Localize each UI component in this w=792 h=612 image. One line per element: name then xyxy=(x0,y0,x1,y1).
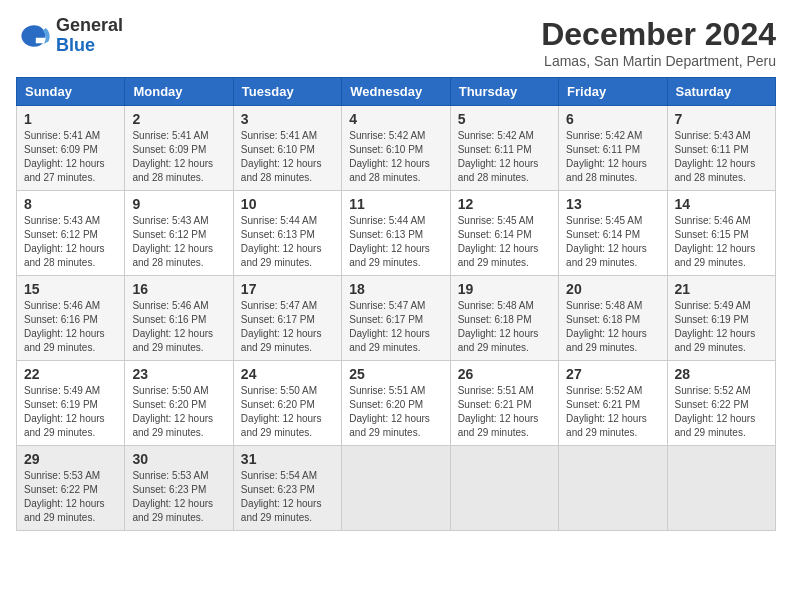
calendar-cell: 13 Sunrise: 5:45 AMSunset: 6:14 PMDaylig… xyxy=(559,191,667,276)
day-number: 31 xyxy=(241,451,334,467)
calendar-cell xyxy=(667,446,775,531)
calendar-cell xyxy=(450,446,558,531)
day-info: Sunrise: 5:53 AMSunset: 6:22 PMDaylight:… xyxy=(24,470,105,523)
week-row-3: 15 Sunrise: 5:46 AMSunset: 6:16 PMDaylig… xyxy=(17,276,776,361)
day-info: Sunrise: 5:50 AMSunset: 6:20 PMDaylight:… xyxy=(241,385,322,438)
calendar-cell: 4 Sunrise: 5:42 AMSunset: 6:10 PMDayligh… xyxy=(342,106,450,191)
day-info: Sunrise: 5:42 AMSunset: 6:10 PMDaylight:… xyxy=(349,130,430,183)
day-number: 20 xyxy=(566,281,659,297)
column-header-sunday: Sunday xyxy=(17,78,125,106)
calendar-cell: 12 Sunrise: 5:45 AMSunset: 6:14 PMDaylig… xyxy=(450,191,558,276)
day-info: Sunrise: 5:52 AMSunset: 6:22 PMDaylight:… xyxy=(675,385,756,438)
day-number: 25 xyxy=(349,366,442,382)
day-number: 24 xyxy=(241,366,334,382)
day-number: 13 xyxy=(566,196,659,212)
day-number: 18 xyxy=(349,281,442,297)
day-info: Sunrise: 5:45 AMSunset: 6:14 PMDaylight:… xyxy=(458,215,539,268)
day-number: 5 xyxy=(458,111,551,127)
day-number: 19 xyxy=(458,281,551,297)
column-header-friday: Friday xyxy=(559,78,667,106)
calendar-cell xyxy=(559,446,667,531)
day-number: 1 xyxy=(24,111,117,127)
day-number: 15 xyxy=(24,281,117,297)
week-row-4: 22 Sunrise: 5:49 AMSunset: 6:19 PMDaylig… xyxy=(17,361,776,446)
day-info: Sunrise: 5:48 AMSunset: 6:18 PMDaylight:… xyxy=(458,300,539,353)
day-info: Sunrise: 5:47 AMSunset: 6:17 PMDaylight:… xyxy=(241,300,322,353)
column-header-thursday: Thursday xyxy=(450,78,558,106)
day-info: Sunrise: 5:47 AMSunset: 6:17 PMDaylight:… xyxy=(349,300,430,353)
column-header-saturday: Saturday xyxy=(667,78,775,106)
calendar-table: SundayMondayTuesdayWednesdayThursdayFrid… xyxy=(16,77,776,531)
day-number: 28 xyxy=(675,366,768,382)
day-info: Sunrise: 5:46 AMSunset: 6:16 PMDaylight:… xyxy=(132,300,213,353)
day-number: 11 xyxy=(349,196,442,212)
calendar-cell: 7 Sunrise: 5:43 AMSunset: 6:11 PMDayligh… xyxy=(667,106,775,191)
day-info: Sunrise: 5:44 AMSunset: 6:13 PMDaylight:… xyxy=(241,215,322,268)
day-info: Sunrise: 5:49 AMSunset: 6:19 PMDaylight:… xyxy=(675,300,756,353)
day-number: 22 xyxy=(24,366,117,382)
day-number: 23 xyxy=(132,366,225,382)
day-number: 4 xyxy=(349,111,442,127)
calendar-cell: 18 Sunrise: 5:47 AMSunset: 6:17 PMDaylig… xyxy=(342,276,450,361)
column-header-monday: Monday xyxy=(125,78,233,106)
calendar-cell: 16 Sunrise: 5:46 AMSunset: 6:16 PMDaylig… xyxy=(125,276,233,361)
day-info: Sunrise: 5:45 AMSunset: 6:14 PMDaylight:… xyxy=(566,215,647,268)
calendar-cell: 6 Sunrise: 5:42 AMSunset: 6:11 PMDayligh… xyxy=(559,106,667,191)
day-info: Sunrise: 5:41 AMSunset: 6:09 PMDaylight:… xyxy=(132,130,213,183)
calendar-cell: 23 Sunrise: 5:50 AMSunset: 6:20 PMDaylig… xyxy=(125,361,233,446)
day-info: Sunrise: 5:42 AMSunset: 6:11 PMDaylight:… xyxy=(458,130,539,183)
day-info: Sunrise: 5:43 AMSunset: 6:12 PMDaylight:… xyxy=(24,215,105,268)
week-row-2: 8 Sunrise: 5:43 AMSunset: 6:12 PMDayligh… xyxy=(17,191,776,276)
day-number: 21 xyxy=(675,281,768,297)
day-info: Sunrise: 5:41 AMSunset: 6:10 PMDaylight:… xyxy=(241,130,322,183)
day-number: 27 xyxy=(566,366,659,382)
calendar-cell xyxy=(342,446,450,531)
calendar-cell: 14 Sunrise: 5:46 AMSunset: 6:15 PMDaylig… xyxy=(667,191,775,276)
day-info: Sunrise: 5:50 AMSunset: 6:20 PMDaylight:… xyxy=(132,385,213,438)
day-info: Sunrise: 5:46 AMSunset: 6:15 PMDaylight:… xyxy=(675,215,756,268)
column-header-wednesday: Wednesday xyxy=(342,78,450,106)
day-info: Sunrise: 5:49 AMSunset: 6:19 PMDaylight:… xyxy=(24,385,105,438)
day-info: Sunrise: 5:43 AMSunset: 6:11 PMDaylight:… xyxy=(675,130,756,183)
calendar-cell: 15 Sunrise: 5:46 AMSunset: 6:16 PMDaylig… xyxy=(17,276,125,361)
day-info: Sunrise: 5:48 AMSunset: 6:18 PMDaylight:… xyxy=(566,300,647,353)
day-info: Sunrise: 5:42 AMSunset: 6:11 PMDaylight:… xyxy=(566,130,647,183)
day-number: 10 xyxy=(241,196,334,212)
week-row-1: 1 Sunrise: 5:41 AMSunset: 6:09 PMDayligh… xyxy=(17,106,776,191)
week-row-5: 29 Sunrise: 5:53 AMSunset: 6:22 PMDaylig… xyxy=(17,446,776,531)
day-number: 2 xyxy=(132,111,225,127)
day-number: 14 xyxy=(675,196,768,212)
calendar-cell: 26 Sunrise: 5:51 AMSunset: 6:21 PMDaylig… xyxy=(450,361,558,446)
day-number: 26 xyxy=(458,366,551,382)
day-info: Sunrise: 5:54 AMSunset: 6:23 PMDaylight:… xyxy=(241,470,322,523)
day-info: Sunrise: 5:46 AMSunset: 6:16 PMDaylight:… xyxy=(24,300,105,353)
day-number: 16 xyxy=(132,281,225,297)
calendar-cell: 30 Sunrise: 5:53 AMSunset: 6:23 PMDaylig… xyxy=(125,446,233,531)
day-info: Sunrise: 5:53 AMSunset: 6:23 PMDaylight:… xyxy=(132,470,213,523)
calendar-cell: 31 Sunrise: 5:54 AMSunset: 6:23 PMDaylig… xyxy=(233,446,341,531)
day-number: 8 xyxy=(24,196,117,212)
calendar-cell: 3 Sunrise: 5:41 AMSunset: 6:10 PMDayligh… xyxy=(233,106,341,191)
calendar-cell: 20 Sunrise: 5:48 AMSunset: 6:18 PMDaylig… xyxy=(559,276,667,361)
day-number: 3 xyxy=(241,111,334,127)
calendar-cell: 29 Sunrise: 5:53 AMSunset: 6:22 PMDaylig… xyxy=(17,446,125,531)
calendar-cell: 19 Sunrise: 5:48 AMSunset: 6:18 PMDaylig… xyxy=(450,276,558,361)
day-number: 29 xyxy=(24,451,117,467)
day-number: 7 xyxy=(675,111,768,127)
header-row: SundayMondayTuesdayWednesdayThursdayFrid… xyxy=(17,78,776,106)
calendar-cell: 10 Sunrise: 5:44 AMSunset: 6:13 PMDaylig… xyxy=(233,191,341,276)
calendar-cell: 8 Sunrise: 5:43 AMSunset: 6:12 PMDayligh… xyxy=(17,191,125,276)
day-number: 9 xyxy=(132,196,225,212)
calendar-cell: 5 Sunrise: 5:42 AMSunset: 6:11 PMDayligh… xyxy=(450,106,558,191)
day-info: Sunrise: 5:41 AMSunset: 6:09 PMDaylight:… xyxy=(24,130,105,183)
calendar-cell: 2 Sunrise: 5:41 AMSunset: 6:09 PMDayligh… xyxy=(125,106,233,191)
location-subtitle: Lamas, San Martin Department, Peru xyxy=(541,53,776,69)
calendar-cell: 1 Sunrise: 5:41 AMSunset: 6:09 PMDayligh… xyxy=(17,106,125,191)
calendar-cell: 17 Sunrise: 5:47 AMSunset: 6:17 PMDaylig… xyxy=(233,276,341,361)
day-info: Sunrise: 5:43 AMSunset: 6:12 PMDaylight:… xyxy=(132,215,213,268)
calendar-cell: 27 Sunrise: 5:52 AMSunset: 6:21 PMDaylig… xyxy=(559,361,667,446)
day-number: 12 xyxy=(458,196,551,212)
logo: General Blue xyxy=(16,16,123,56)
calendar-cell: 21 Sunrise: 5:49 AMSunset: 6:19 PMDaylig… xyxy=(667,276,775,361)
day-info: Sunrise: 5:51 AMSunset: 6:21 PMDaylight:… xyxy=(458,385,539,438)
